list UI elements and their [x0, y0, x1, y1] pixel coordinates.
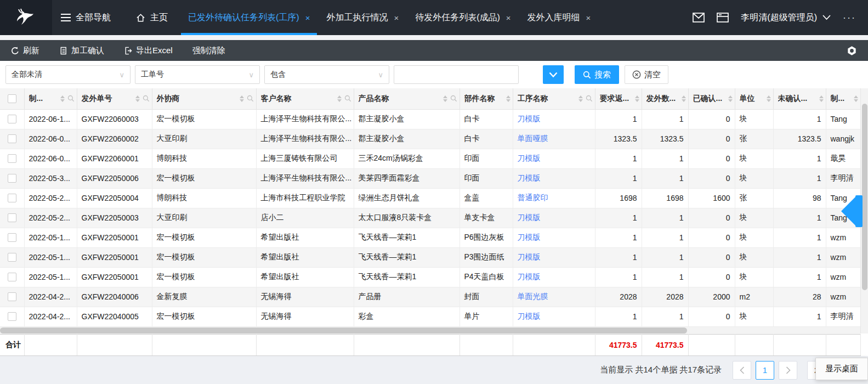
process-link[interactable]: 刀模版 — [518, 233, 541, 241]
process-link[interactable]: 刀模版 — [518, 213, 541, 222]
cell-text: 希望出版社 — [261, 272, 299, 281]
next-page-button[interactable] — [779, 361, 797, 380]
operator-filter-select[interactable]: 包含 ∨ — [264, 65, 389, 84]
side-panel-expander[interactable] — [841, 195, 863, 227]
app-window: 全部导航 主页 已发外待确认任务列表(工序) × 外加工执行情况 × 待发外任务… — [0, 0, 868, 384]
column-header-7[interactable]: 要求返... — [595, 88, 642, 109]
column-header-0[interactable]: 制... — [24, 88, 77, 109]
search-button[interactable]: 搜索 — [575, 65, 619, 84]
row-checkbox[interactable] — [8, 134, 16, 143]
prev-page-button[interactable] — [733, 361, 751, 380]
vertical-scrollbar-thumb[interactable] — [862, 104, 867, 290]
column-header-12[interactable]: 制... — [826, 88, 860, 109]
process-link[interactable]: 刀模版 — [518, 312, 541, 320]
column-search-icon[interactable] — [247, 95, 254, 102]
process-confirm-button[interactable]: 加工确认 — [59, 46, 104, 56]
row-select-cell — [0, 287, 24, 307]
process-link[interactable]: 刀模版 — [518, 173, 541, 182]
row-checkbox[interactable] — [8, 233, 16, 242]
tab-close-icon[interactable]: × — [394, 13, 399, 22]
horizontal-scrollbar-thumb[interactable] — [0, 327, 687, 334]
row-checkbox[interactable] — [8, 253, 16, 262]
column-header-10[interactable]: 单位 — [735, 88, 773, 109]
column-search-icon[interactable] — [450, 95, 457, 102]
tab-dispatched-pending-confirm[interactable]: 已发外待确认任务列表(工序) × — [180, 0, 318, 35]
user-menu[interactable]: 李明清(超级管理员) — [741, 12, 831, 24]
sort-icon[interactable] — [578, 95, 583, 102]
column-header-9[interactable]: 已确认... — [688, 88, 735, 109]
row-checkbox[interactable] — [8, 174, 16, 183]
export-excel-button[interactable]: 导出Excel — [124, 46, 173, 56]
refresh-button[interactable]: 刷新 — [11, 46, 39, 56]
cell-text: 彩盒 — [359, 312, 374, 320]
column-search-icon[interactable] — [344, 95, 351, 102]
process-link[interactable]: 单面哑膜 — [518, 134, 548, 143]
cell-text: 1 — [679, 154, 684, 163]
row-checkbox[interactable] — [8, 273, 16, 281]
column-header-4[interactable]: 产品名称 — [354, 88, 459, 109]
tab-inbound-detail[interactable]: 发外入库明细 × — [519, 0, 599, 35]
sort-icon[interactable] — [854, 95, 858, 102]
process-link[interactable]: 刀模版 — [518, 272, 541, 281]
tab-close-icon[interactable]: × — [305, 13, 310, 22]
clear-button[interactable]: 清空 — [625, 65, 668, 84]
column-search-icon[interactable] — [143, 95, 150, 102]
table-row: 2022-06-0...GXFW22060001博朗科技上海三厦铸铁有限公司三禾… — [0, 149, 860, 168]
cell-col-2: 宏一模切板 — [152, 267, 256, 287]
sort-icon[interactable] — [767, 95, 771, 102]
cell-text: wzm — [831, 273, 847, 281]
keyword-input[interactable] — [394, 65, 519, 84]
sort-icon[interactable] — [506, 95, 510, 102]
sort-icon[interactable] — [443, 95, 447, 102]
row-checkbox[interactable] — [8, 194, 16, 202]
mail-icon[interactable] — [693, 13, 705, 22]
sort-icon[interactable] — [682, 95, 686, 102]
more-options-icon[interactable]: ··· — [843, 12, 856, 24]
column-header-11[interactable]: 未确认... — [773, 88, 826, 109]
sort-icon[interactable] — [135, 95, 140, 102]
row-checkbox[interactable] — [8, 312, 16, 321]
process-link[interactable]: 普通胶印 — [518, 193, 548, 202]
status-filter-select[interactable]: 全部未清 ∨ — [5, 65, 131, 84]
process-link[interactable]: 刀模版 — [518, 252, 541, 261]
grid-settings-button[interactable] — [847, 46, 857, 56]
layout-panel-icon[interactable] — [717, 13, 729, 22]
cell-col-7: 1 — [595, 168, 642, 188]
tab-close-icon[interactable]: × — [506, 13, 511, 22]
sort-icon[interactable] — [337, 95, 342, 102]
nav-home[interactable]: 主页 — [127, 0, 177, 35]
cell-col-4: 飞天线香—茉莉1 — [354, 247, 459, 267]
select-all-checkbox[interactable] — [8, 94, 16, 103]
horizontal-scrollbar[interactable] — [0, 327, 860, 334]
column-header-6[interactable]: 工序名称 — [513, 88, 595, 109]
cell-col-3: 无锡海得 — [256, 307, 354, 326]
page-number-button[interactable]: 1 — [756, 361, 774, 380]
force-clear-button[interactable]: 强制清除 — [192, 46, 225, 56]
row-checkbox[interactable] — [8, 154, 16, 163]
process-link[interactable]: 刀模版 — [518, 114, 541, 123]
column-header-8[interactable]: 发外数... — [642, 88, 688, 109]
column-search-icon[interactable] — [67, 95, 75, 102]
sort-icon[interactable] — [635, 95, 639, 102]
row-checkbox[interactable] — [8, 115, 16, 123]
column-search-icon[interactable] — [586, 95, 593, 102]
sort-icon[interactable] — [728, 95, 733, 102]
column-header-5[interactable]: 部件名称 — [459, 88, 513, 109]
sort-icon[interactable] — [240, 95, 244, 102]
tab-outsource-execution[interactable]: 外加工执行情况 × — [318, 0, 407, 35]
column-header-3[interactable]: 客户名称 — [256, 88, 354, 109]
row-checkbox[interactable] — [8, 213, 16, 222]
tab-close-icon[interactable]: × — [586, 13, 591, 22]
process-link[interactable]: 单面光膜 — [518, 292, 548, 301]
sort-icon[interactable] — [60, 95, 65, 102]
row-checkbox[interactable] — [8, 292, 16, 301]
advanced-search-toggle-button[interactable] — [543, 65, 564, 84]
column-header-2[interactable]: 外协商 — [152, 88, 256, 109]
cell-col-10: 块 — [735, 267, 773, 287]
field-filter-select[interactable]: 工单号 ∨ — [135, 65, 260, 84]
process-link[interactable]: 刀模版 — [518, 154, 541, 162]
nav-all-menu[interactable]: 全部导航 — [52, 0, 120, 35]
sort-icon[interactable] — [819, 95, 824, 102]
tab-pending-dispatch-list[interactable]: 待发外任务列表(成品) × — [407, 0, 519, 35]
column-header-1[interactable]: 发外单号 — [77, 88, 152, 109]
